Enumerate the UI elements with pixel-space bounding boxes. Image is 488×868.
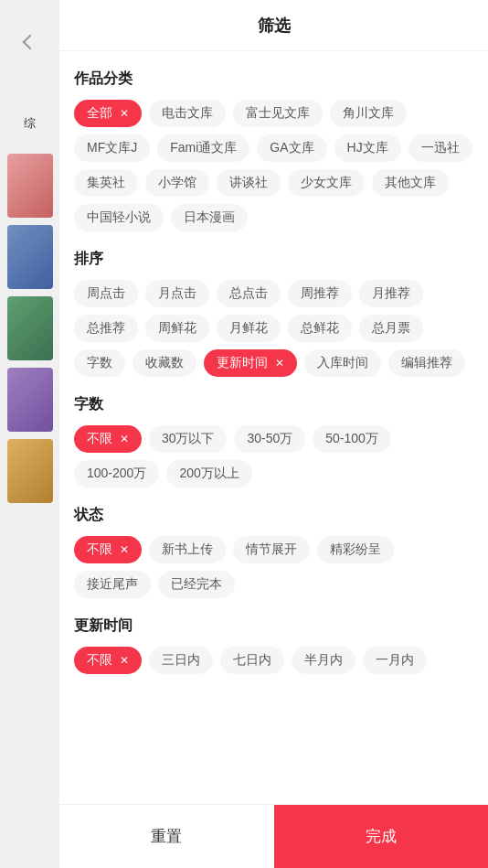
tag-update-time-4[interactable]: 一月内: [363, 647, 427, 674]
tag-word-count-3[interactable]: 50-100万: [313, 425, 391, 453]
tag-category-3[interactable]: 角川文库: [330, 100, 407, 127]
tag-sort-9[interactable]: 总月票: [359, 315, 423, 342]
side-book-cover-2: [7, 225, 53, 289]
category-tags: 全部 ✕ 电击文库 富士见文库 角川文库 MF文库J Fami通文库 GA文库 …: [74, 100, 473, 231]
header: 筛选: [59, 0, 488, 51]
section-status: 状态 不限 ✕ 新书上传 情节展开 精彩纷呈 接近尾声 已经完本: [74, 506, 473, 598]
tag-sort-2[interactable]: 总点击: [217, 280, 281, 307]
main-panel: 筛选 作品分类 全部 ✕ 电击文库 富士见文库 角川文库 MF文库J Fami通…: [59, 0, 488, 868]
side-book-cover-5: [7, 439, 53, 503]
tag-update-time-1[interactable]: 三日内: [149, 647, 213, 674]
tag-status-2[interactable]: 情节展开: [233, 536, 310, 563]
tag-category-13[interactable]: 其他文库: [372, 169, 449, 197]
tag-sort-11[interactable]: 收藏数: [133, 349, 196, 377]
tag-status-4[interactable]: 接近尾声: [74, 571, 151, 598]
tag-sort-6[interactable]: 周鲜花: [145, 315, 209, 342]
section-sort-title: 排序: [74, 250, 473, 269]
side-book-cover-4: [7, 368, 53, 432]
back-button[interactable]: [16, 27, 45, 57]
filter-content: 作品分类 全部 ✕ 电击文库 富士见文库 角川文库 MF文库J Fami通文库 …: [59, 51, 488, 868]
section-category-title: 作品分类: [74, 70, 473, 89]
tag-sort-13[interactable]: 入库时间: [304, 349, 381, 377]
page-title: 筛选: [258, 15, 291, 37]
tag-update-time-3[interactable]: 半月内: [292, 647, 355, 674]
side-image-list: [7, 154, 53, 503]
close-icon[interactable]: ✕: [275, 357, 284, 370]
tag-word-count-4[interactable]: 100-200万: [74, 460, 159, 488]
tag-word-count-5[interactable]: 200万以上: [166, 460, 251, 488]
tag-category-7[interactable]: HJ文库: [334, 134, 401, 162]
reset-button[interactable]: 重置: [59, 805, 274, 868]
tag-update-time-0[interactable]: 不限 ✕: [74, 647, 142, 674]
tag-category-4[interactable]: MF文库J: [74, 134, 150, 162]
tag-sort-1[interactable]: 月点击: [145, 280, 209, 307]
side-pill[interactable]: 综: [15, 112, 45, 135]
tag-word-count-2[interactable]: 30-50万: [234, 425, 305, 453]
tag-sort-12[interactable]: 更新时间 ✕: [204, 349, 297, 377]
footer: 重置 完成: [59, 804, 488, 868]
update-time-tags: 不限 ✕ 三日内 七日内 半月内 一月内: [74, 647, 473, 674]
confirm-button[interactable]: 完成: [274, 805, 489, 868]
tag-word-count-1[interactable]: 30万以下: [149, 425, 228, 453]
side-book-cover-3: [7, 296, 53, 360]
close-icon[interactable]: ✕: [120, 654, 129, 667]
tag-sort-8[interactable]: 总鲜花: [288, 315, 352, 342]
tag-category-15[interactable]: 日本漫画: [171, 204, 248, 231]
section-sort: 排序 周点击 月点击 总点击 周推荐 月推荐 总推荐 周鲜花 月鲜花 总鲜花 总…: [74, 250, 473, 377]
section-category: 作品分类 全部 ✕ 电击文库 富士见文库 角川文库 MF文库J Fami通文库 …: [74, 70, 473, 231]
tag-category-8[interactable]: 一迅社: [408, 134, 472, 162]
tag-sort-0[interactable]: 周点击: [74, 280, 138, 307]
tag-status-3[interactable]: 精彩纷呈: [317, 536, 394, 563]
section-status-title: 状态: [74, 506, 473, 525]
side-book-cover-1: [7, 154, 53, 218]
close-icon[interactable]: ✕: [120, 543, 129, 556]
section-update-time-title: 更新时间: [74, 616, 473, 636]
tag-category-14[interactable]: 中国轻小说: [74, 204, 164, 231]
sort-tags: 周点击 月点击 总点击 周推荐 月推荐 总推荐 周鲜花 月鲜花 总鲜花 总月票 …: [74, 280, 473, 377]
tag-category-5[interactable]: Fami通文库: [157, 134, 249, 162]
word-count-tags: 不限 ✕ 30万以下 30-50万 50-100万 100-200万 200万以…: [74, 425, 473, 488]
tag-sort-5[interactable]: 总推荐: [74, 315, 138, 342]
tag-sort-3[interactable]: 周推荐: [288, 280, 352, 307]
tag-status-5[interactable]: 已经完本: [158, 571, 235, 598]
tag-status-0[interactable]: 不限 ✕: [74, 536, 142, 563]
tag-category-10[interactable]: 小学馆: [145, 169, 209, 197]
tag-sort-14[interactable]: 编辑推荐: [388, 349, 465, 377]
close-icon[interactable]: ✕: [120, 107, 129, 120]
close-icon[interactable]: ✕: [120, 433, 129, 445]
tag-status-1[interactable]: 新书上传: [149, 536, 226, 563]
section-word-count: 字数 不限 ✕ 30万以下 30-50万 50-100万 100-200万 20…: [74, 395, 473, 488]
tag-category-11[interactable]: 讲谈社: [217, 169, 281, 197]
tag-sort-10[interactable]: 字数: [74, 349, 125, 377]
tag-sort-7[interactable]: 月鲜花: [217, 315, 281, 342]
tag-category-2[interactable]: 富士见文库: [233, 100, 323, 127]
status-tags: 不限 ✕ 新书上传 情节展开 精彩纷呈 接近尾声 已经完本: [74, 536, 473, 598]
tag-category-6[interactable]: GA文库: [257, 134, 326, 162]
tag-category-0[interactable]: 全部 ✕: [74, 100, 142, 127]
tag-category-12[interactable]: 少女文库: [288, 169, 365, 197]
section-word-count-title: 字数: [74, 395, 473, 414]
tag-word-count-0[interactable]: 不限 ✕: [74, 425, 142, 453]
tag-category-9[interactable]: 集英社: [74, 169, 138, 197]
tag-category-1[interactable]: 电击文库: [149, 100, 226, 127]
tag-update-time-2[interactable]: 七日内: [220, 647, 284, 674]
chevron-left-icon: [22, 35, 37, 50]
section-update-time: 更新时间 不限 ✕ 三日内 七日内 半月内 一月内: [74, 616, 473, 674]
side-panel: 综: [0, 0, 59, 868]
tag-sort-4[interactable]: 月推荐: [359, 280, 423, 307]
